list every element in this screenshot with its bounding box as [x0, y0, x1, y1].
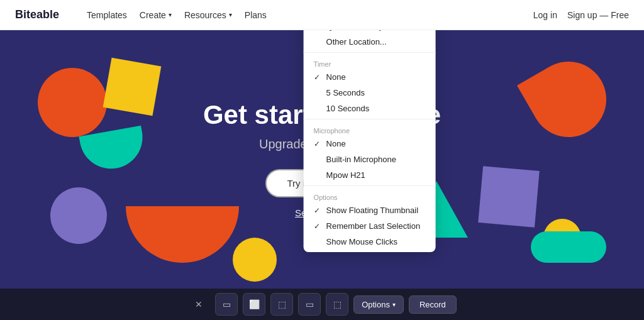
dropdown-item[interactable]: 5 Seconds [304, 85, 436, 101]
checkmark-icon: ✓ [314, 73, 323, 82]
dropdown-item[interactable]: ✓Remember Last Selection [304, 218, 436, 234]
dropdown-item-label: None [326, 72, 346, 82]
options-dropdown: Save to✓DesktopDocumentsMailMessagesQuic… [304, 30, 436, 252]
navbar: Biteable Templates Create ▾ Resources ▾ … [0, 0, 644, 30]
deco-right-teal [531, 231, 606, 263]
deco-orange-circle [38, 68, 107, 137]
dropdown-section-label: Timer [304, 55, 436, 69]
dropdown-item[interactable]: ✓Show Floating Thumbnail [304, 202, 436, 218]
deco-right-orange [517, 48, 620, 151]
cam-icon: ⬚ [333, 299, 341, 309]
dropdown-item[interactable]: ✓None [304, 136, 436, 152]
dropdown-divider [304, 185, 436, 186]
nav-right: Log in Sign up — Free [533, 10, 629, 20]
dropdown-item-label: Built-in Microphone [326, 155, 396, 164]
dropdown-item-label: Other Location... [326, 37, 387, 47]
chevron-down-icon: ▾ [229, 11, 232, 18]
deco-teal-arc [79, 126, 148, 174]
deco-yellow-square [103, 58, 162, 116]
dropdown-section-label: Options [304, 189, 436, 202]
nav-create[interactable]: Create ▾ [140, 10, 172, 20]
close-icon: ✕ [195, 299, 203, 309]
deco-yellow-small [233, 238, 277, 282]
hero-section: Get started for free Upgrade for as litt… [0, 30, 644, 289]
screen-record-toolbar: ✕ ▭ ⬜ ⬚ ▭ ⬚ Options ▾ Record [0, 289, 644, 320]
dropdown-item-label: Remember Last Selection [326, 221, 421, 231]
window-record-button[interactable]: ⬜ [243, 293, 265, 316]
dropdown-item-label: 5 Seconds [326, 88, 365, 97]
dropdown-item-label: QuickTime Player [326, 30, 391, 31]
dropdown-section-label: Microphone [304, 122, 436, 136]
record-button[interactable]: Record [409, 295, 457, 314]
checkmark-icon: ✓ [314, 140, 323, 148]
chevron-down-icon: ▾ [169, 11, 172, 18]
dropdown-item-label: Mpow H21 [326, 170, 365, 180]
window-icon: ⬜ [249, 299, 260, 309]
signup-link[interactable]: Sign up — Free [567, 10, 629, 20]
screen-with-cam-button[interactable]: ▭ [298, 293, 321, 316]
checkmark-icon: ✓ [314, 222, 323, 231]
fullscreen-record-button[interactable]: ▭ [215, 293, 238, 316]
deco-right-blue [478, 166, 540, 228]
selection-record-button[interactable]: ⬚ [270, 293, 293, 316]
checkmark-icon: ✓ [314, 206, 323, 215]
login-link[interactable]: Log in [533, 10, 557, 20]
dropdown-item[interactable]: Other Location... [304, 34, 436, 50]
selection-icon: ⬚ [278, 299, 286, 309]
site-logo[interactable]: Biteable [15, 8, 59, 21]
dropdown-divider [304, 119, 436, 119]
dropdown-item-label: Show Floating Thumbnail [326, 206, 418, 215]
screen-cam-icon: ▭ [306, 299, 314, 309]
dropdown-item-label: Show Mouse Clicks [326, 237, 397, 246]
cam-only-button[interactable]: ⬚ [326, 293, 348, 316]
dropdown-item-label: None [326, 139, 346, 148]
nav-templates[interactable]: Templates [87, 10, 127, 20]
close-button[interactable]: ✕ [187, 293, 210, 316]
nav-resources[interactable]: Resources ▾ [184, 10, 232, 20]
nav-links: Templates Create ▾ Resources ▾ Plans [87, 10, 516, 20]
dropdown-item[interactable]: Mpow H21 [304, 167, 436, 183]
options-button[interactable]: Options ▾ [353, 295, 404, 314]
dropdown-item-label: 10 Seconds [326, 104, 370, 113]
deco-blue-circle [50, 187, 107, 244]
dropdown-item[interactable]: Built-in Microphone [304, 152, 436, 167]
nav-plans[interactable]: Plans [245, 10, 267, 20]
monitor-icon: ▭ [223, 299, 231, 309]
dropdown-item[interactable]: 10 Seconds [304, 101, 436, 116]
dropdown-item[interactable]: Show Mouse Clicks [304, 234, 436, 250]
dropdown-item[interactable]: ✓None [304, 69, 436, 85]
chevron-down-icon: ▾ [392, 301, 396, 308]
dropdown-divider [304, 52, 436, 53]
